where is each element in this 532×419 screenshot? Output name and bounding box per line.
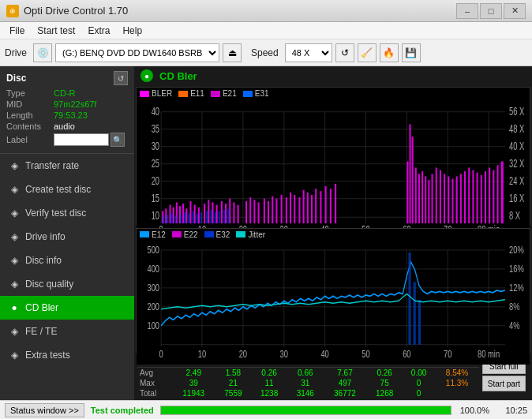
sidebar-item-extra-tests[interactable]: ◈ Extra tests — [0, 343, 134, 367]
main-layout: Disc ↺ Type CD-R MID 97m22s67f Length 79… — [0, 66, 532, 400]
svg-rect-79 — [330, 189, 332, 223]
menu-extra[interactable]: Extra — [81, 24, 116, 38]
menu-file[interactable]: File — [3, 24, 31, 38]
legend-color-bottom-e32 — [204, 231, 214, 238]
stats-max-e22: 75 — [366, 378, 403, 388]
svg-rect-73 — [303, 190, 305, 223]
disc-length-row: Length 79:53.23 — [6, 110, 128, 120]
svg-rect-99 — [472, 170, 474, 224]
extra-tests-icon: ◈ — [8, 349, 21, 361]
top-legend-e11: E11 — [178, 89, 204, 98]
disc-label-input[interactable] — [54, 133, 109, 146]
svg-rect-91 — [440, 170, 441, 224]
disc-mid-row: MID 97m22s67f — [6, 99, 128, 109]
fe-te-icon: ◈ — [8, 325, 21, 338]
menu-start-test[interactable]: Start test — [31, 24, 81, 38]
burn-button[interactable]: 🔥 — [380, 43, 399, 62]
svg-rect-109 — [171, 214, 173, 224]
svg-rect-158 — [408, 253, 410, 345]
svg-rect-69 — [286, 197, 287, 223]
sidebar-item-disc-info[interactable]: ◈ Disc info — [0, 249, 134, 272]
minimize-button[interactable]: – — [456, 3, 478, 19]
disc-label-row: Label 🔍 — [6, 133, 128, 147]
legend-color-e11 — [178, 91, 188, 97]
speed-select[interactable]: 48 X 1 X2 X4 X8 X 16 X24 X32 X40 X — [285, 43, 332, 62]
disc-label-search-button[interactable]: 🔍 — [111, 133, 125, 147]
svg-text:400: 400 — [147, 264, 159, 275]
stats-total-row: Total 11943 7559 1238 3146 36772 1268 0 — [137, 388, 479, 398]
disc-type-row: Type CD-R — [6, 88, 128, 98]
svg-rect-160 — [418, 300, 421, 345]
legend-label-e31: E31 — [255, 89, 269, 98]
svg-rect-81 — [406, 162, 408, 224]
stats-avg-e22: 0.26 — [366, 368, 403, 379]
refresh-speed-button[interactable]: ↺ — [335, 43, 354, 62]
disc-info-label: Disc info — [25, 255, 62, 266]
svg-rect-110 — [175, 216, 177, 223]
stats-total-bler: 11943 — [172, 388, 215, 398]
svg-rect-95 — [456, 176, 458, 223]
maximize-button[interactable]: □ — [480, 3, 502, 19]
disc-label-label: Label — [6, 135, 54, 144]
sidebar-item-cd-bler[interactable]: ● CD Bler — [0, 296, 134, 320]
bottom-legend-e22: E22 — [172, 230, 198, 239]
disc-refresh-button[interactable]: ↺ — [114, 71, 128, 85]
sidebar-item-fe-te[interactable]: ◈ FE / TE — [0, 320, 134, 343]
status-window-toggle-button[interactable]: Status window >> — [5, 403, 84, 417]
clean-button[interactable]: 🧹 — [358, 43, 377, 62]
svg-rect-75 — [311, 195, 313, 223]
svg-rect-119 — [215, 212, 216, 223]
svg-rect-87 — [425, 176, 426, 223]
svg-rect-62 — [253, 200, 255, 223]
svg-rect-89 — [432, 174, 433, 223]
close-button[interactable]: ✕ — [504, 3, 526, 19]
speed-label: Speed — [251, 47, 279, 58]
sidebar-item-verify-test-disc[interactable]: ◈ Verify test disc — [0, 201, 134, 225]
legend-label-e21: E21 — [223, 89, 237, 98]
legend-label-e11: E11 — [190, 89, 204, 98]
menu-help[interactable]: Help — [116, 24, 148, 38]
drive-select[interactable]: (G:) BENQ DVD DD DW1640 BSRB — [55, 43, 219, 62]
stats-avg-row: Avg 2.49 1.58 0.26 0.66 7.67 0.26 0.00 8… — [137, 368, 479, 379]
save-button[interactable]: 💾 — [402, 43, 421, 62]
top-chart-legend: BLER E11 E21 E31 — [137, 88, 530, 99]
top-chart-svg: 40 35 30 25 20 15 10 56 X 48 X 40 X 32 X… — [137, 99, 530, 236]
transfer-rate-icon: ◈ — [8, 159, 21, 172]
verify-test-disc-label: Verify test disc — [25, 208, 86, 219]
svg-rect-71 — [294, 195, 295, 223]
bottom-chart-legend: E12 E22 E32 Jitter — [137, 229, 530, 241]
stats-total-label: Total — [137, 388, 172, 398]
svg-rect-55 — [221, 201, 223, 223]
eject-button[interactable]: ⏏ — [223, 43, 242, 62]
stats-total-e22: 1268 — [366, 388, 403, 398]
svg-rect-47 — [185, 208, 187, 223]
sidebar-item-create-test-disc[interactable]: ◈ Create test disc — [0, 178, 134, 201]
svg-rect-57 — [229, 199, 230, 223]
svg-rect-105 — [497, 165, 499, 223]
legend-label-bottom-e12: E12 — [152, 230, 166, 239]
stats-max-e21: 11 — [251, 378, 287, 388]
drive-icon-btn[interactable]: 💿 — [33, 43, 52, 62]
svg-rect-120 — [219, 211, 220, 223]
svg-text:35: 35 — [152, 122, 160, 136]
svg-text:10: 10 — [198, 348, 206, 359]
progress-percentage: 100.0% — [458, 406, 489, 415]
svg-text:300: 300 — [147, 282, 159, 294]
svg-text:40 X: 40 X — [509, 140, 524, 153]
svg-rect-60 — [245, 201, 247, 223]
create-test-disc-label: Create test disc — [25, 184, 91, 195]
stats-total-e12: 36772 — [324, 388, 367, 398]
svg-text:0: 0 — [159, 348, 163, 359]
stats-max-e31: 31 — [287, 378, 324, 388]
sidebar-item-transfer-rate[interactable]: ◈ Transfer rate — [0, 154, 134, 178]
sidebar-item-disc-quality[interactable]: ◈ Disc quality — [0, 272, 134, 296]
start-part-button[interactable]: Start part — [482, 376, 526, 391]
sidebar-item-drive-info[interactable]: ◈ Drive info — [0, 225, 134, 249]
svg-rect-42 — [170, 205, 171, 224]
svg-text:16 X: 16 X — [509, 192, 524, 205]
bottom-chart-container: E12 E22 E32 Jitter — [136, 228, 530, 354]
svg-rect-78 — [325, 186, 327, 223]
svg-rect-63 — [258, 202, 260, 223]
svg-text:40: 40 — [152, 105, 160, 118]
svg-rect-92 — [444, 174, 445, 223]
